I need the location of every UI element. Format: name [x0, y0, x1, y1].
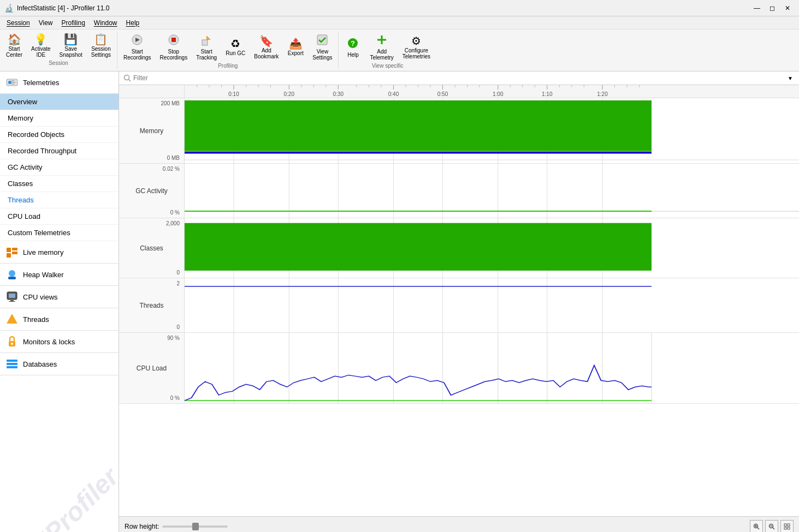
sidebar-item-custom-telemetries[interactable]: Custom Telemetries: [0, 225, 119, 241]
activate-ide-button[interactable]: 💡 ActivateIDE: [27, 32, 55, 60]
add-telemetry-label: AddTelemetry: [370, 49, 393, 61]
sidebar-live-memory-header[interactable]: Live memory: [0, 241, 119, 264]
bottom-icons: [750, 520, 794, 533]
filter-dropdown[interactable]: ▼: [786, 74, 795, 82]
menu-session[interactable]: Session: [2, 18, 34, 28]
telemetries-label: Telemetries: [23, 79, 59, 87]
sidebar-item-classes[interactable]: Classes: [0, 176, 119, 192]
zoom-in-button[interactable]: [750, 520, 763, 533]
add-bookmark-button[interactable]: 🔖 AddBookmark: [250, 32, 282, 63]
sidebar-telemetries-header[interactable]: Telemetries: [0, 71, 119, 94]
sidebar-item-gc-activity[interactable]: GC Activity: [0, 159, 119, 176]
svg-point-12: [8, 81, 11, 84]
svg-rect-86: [185, 152, 652, 154]
classes-y-top: 2,000: [119, 220, 180, 226]
minimize-button[interactable]: —: [750, 3, 764, 14]
cpu-canvas[interactable]: [185, 333, 799, 403]
sidebar-watermark: JProfiler: [0, 375, 119, 532]
row-height-slider-thumb[interactable]: [192, 523, 199, 530]
sidebar-databases-header[interactable]: Databases: [0, 353, 119, 375]
export-label: Export: [288, 50, 304, 56]
add-bookmark-icon: 🔖: [259, 35, 273, 46]
memory-svg: [185, 98, 799, 163]
telemetries-icon: [5, 76, 19, 89]
sidebar-threads-header[interactable]: Threads: [0, 308, 119, 331]
classes-svg: [185, 218, 799, 278]
search-icon: [123, 74, 131, 82]
svg-rect-4: [202, 40, 208, 45]
sidebar-item-cpu-load[interactable]: CPU Load: [0, 208, 119, 225]
export-button[interactable]: 📤 Export: [283, 32, 307, 63]
save-snapshot-icon: 💾: [64, 34, 78, 45]
run-gc-icon: ♻: [230, 38, 240, 49]
sidebar-item-recorded-objects[interactable]: Recorded Objects: [0, 127, 119, 143]
live-memory-label: Live memory: [23, 248, 63, 256]
help-label: Help: [347, 52, 359, 58]
memory-y-bottom: 0 MB: [119, 155, 180, 161]
stop-recordings-button[interactable]: StopRecordings: [156, 32, 192, 63]
menu-profiling[interactable]: Profiling: [57, 18, 90, 28]
stop-recordings-label: StopRecordings: [160, 49, 188, 61]
filter-bar: ▼: [119, 71, 799, 85]
timeline-container: 0:10 0:20 0:30 0:40 0:50 1:00 1:10: [119, 85, 799, 516]
session-settings-button[interactable]: 📋 SessionSettings: [87, 32, 115, 60]
sidebar-item-threads[interactable]: Threads: [0, 192, 119, 208]
chart-label-cpu: 90 % CPU Load 0 %: [119, 333, 185, 403]
classes-canvas[interactable]: [185, 218, 799, 278]
start-center-icon: 🏠: [8, 34, 21, 45]
databases-icon: [5, 357, 19, 370]
configure-telemetries-label: ConfigureTelemetries: [403, 47, 430, 59]
grid-view-button[interactable]: [780, 520, 794, 533]
session-settings-label: SessionSettings: [91, 46, 111, 58]
sidebar-item-overview[interactable]: Overview: [0, 94, 119, 110]
help-icon: ?: [347, 37, 359, 51]
start-recordings-button[interactable]: StartRecordings: [120, 32, 155, 63]
sidebar-monitors-locks-header[interactable]: Monitors & locks: [0, 331, 119, 353]
chart-row-threads: 2 Threads 0: [119, 278, 799, 333]
run-gc-button[interactable]: ♻ Run GC: [222, 32, 249, 63]
filter-input[interactable]: [133, 74, 784, 82]
sidebar-heap-walker-header[interactable]: Heap Walker: [0, 264, 119, 286]
title-bar-controls[interactable]: — ◻ ✕: [750, 3, 795, 14]
sidebar-cpu-views-header[interactable]: CPU views: [0, 286, 119, 308]
svg-marker-26: [7, 314, 17, 324]
menu-view[interactable]: View: [34, 18, 57, 28]
add-telemetry-button[interactable]: AddTelemetry: [366, 32, 397, 63]
main-layout: Telemetries Overview Memory Recorded Obj…: [0, 71, 799, 532]
monitors-locks-label: Monitors & locks: [23, 338, 75, 346]
close-button[interactable]: ✕: [780, 3, 795, 14]
svg-rect-3: [171, 38, 176, 42]
help-button[interactable]: ? Help: [341, 32, 365, 63]
sidebar-item-memory[interactable]: Memory: [0, 110, 119, 127]
menu-window[interactable]: Window: [90, 18, 122, 28]
maximize-button[interactable]: ◻: [765, 3, 779, 14]
sidebar-item-recorded-throughput[interactable]: Recorded Throughput: [0, 143, 119, 159]
cpu-y-top: 90 %: [119, 335, 180, 341]
zoom-out-button[interactable]: [765, 520, 778, 533]
row-height-control: Row height:: [125, 523, 228, 530]
configure-telemetries-button[interactable]: ⚙ ConfigureTelemetries: [399, 32, 434, 63]
start-center-button[interactable]: 🏠 StartCenter: [2, 32, 26, 60]
svg-rect-17: [12, 248, 17, 250]
threads-label: Threads: [135, 302, 163, 309]
view-settings-button[interactable]: ViewSettings: [309, 32, 336, 63]
menu-help[interactable]: Help: [122, 18, 144, 28]
session-buttons: 🏠 StartCenter 💡 ActivateIDE 💾 SaveSnapsh…: [2, 32, 115, 60]
threads-y-bottom: 0: [119, 324, 180, 330]
threads-canvas[interactable]: [185, 278, 799, 332]
add-bookmark-label: AddBookmark: [254, 47, 279, 59]
view-specific-group-label: View specific: [368, 63, 408, 69]
save-snapshot-button[interactable]: 💾 SaveSnapshot: [56, 32, 86, 60]
svg-rect-30: [7, 363, 17, 365]
svg-text:1:20: 1:20: [597, 91, 608, 97]
svg-point-32: [125, 75, 129, 80]
memory-canvas[interactable]: [185, 98, 799, 163]
cpu-svg: [185, 333, 799, 403]
start-tracking-button[interactable]: StartTracking: [192, 32, 221, 63]
svg-rect-25: [9, 301, 15, 302]
gc-canvas[interactable]: [185, 164, 799, 218]
session-group-label: Session: [44, 60, 73, 66]
svg-text:0:10: 0:10: [228, 91, 239, 97]
svg-text:0:20: 0:20: [284, 91, 295, 97]
row-height-slider-track[interactable]: [162, 525, 228, 528]
